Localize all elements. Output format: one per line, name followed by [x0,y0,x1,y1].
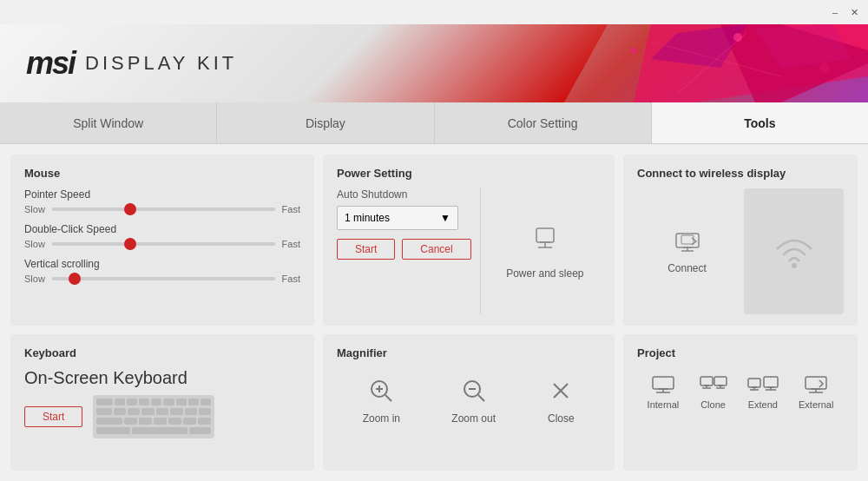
vertical-scroll-thumb[interactable] [69,273,81,285]
clone-label: Clone [700,399,726,410]
header-decoration [477,24,868,102]
key [96,399,112,405]
svg-line-10 [608,24,694,102]
svg-marker-4 [651,24,746,68]
key [139,399,149,405]
double-click-thumb[interactable] [124,238,136,250]
wifi-signal-icon [768,227,820,274]
tab-split-window[interactable]: Split Window [0,102,217,143]
on-screen-keyboard-label: On-Screen Keyboard [24,368,300,388]
magnifier-close-button[interactable]: Close [547,377,575,425]
svg-point-7 [630,47,637,54]
key [96,427,129,434]
clone-button[interactable]: Clone [700,375,727,410]
external-label: External [799,399,833,410]
wireless-connect-icon[interactable] [674,228,700,257]
vertical-scroll-slider-row: Slow Fast [24,273,300,284]
svg-rect-43 [748,379,760,387]
key [183,418,196,425]
key [163,399,174,405]
app-logo: msi DISPLAY KIT [26,45,237,82]
key [127,399,137,405]
key-row-3 [96,418,211,425]
pointer-speed-slider-row: Slow Fast [24,204,300,214]
app-header: msi DISPLAY KIT [0,24,868,102]
internal-button[interactable]: Internal [648,375,680,410]
magnifier-card: Magnifier Zoom in [323,334,615,471]
key [188,399,199,405]
extend-button[interactable]: Extend [747,375,779,410]
svg-marker-5 [755,24,851,68]
double-click-slow: Slow [24,239,45,249]
vertical-scroll-fast: Fast [282,273,300,284]
pointer-speed-track [52,208,275,211]
power-settings-left: Auto Shutdown 1 minutes ▼ Start Cancel [337,188,481,314]
key [151,399,161,405]
main-content: Mouse Pointer Speed Slow Fast Double-Cli… [0,144,868,481]
power-sleep-label: Power and sleep [506,267,583,280]
power-cancel-button[interactable]: Cancel [402,239,470,260]
svg-point-6 [733,33,742,42]
extend-icon [747,375,779,396]
extend-label: Extend [748,399,778,410]
svg-rect-12 [536,228,554,242]
svg-line-11 [677,33,746,94]
keyboard-image [93,395,214,438]
svg-line-28 [478,395,484,401]
keyboard-card: Keyboard On-Screen Keyboard Start [10,334,314,471]
svg-line-9 [651,42,781,76]
vertical-scroll-group: Vertical scrolling Slow Fast [24,258,300,284]
close-icon [547,377,575,407]
key [185,408,197,415]
key [170,408,182,415]
double-click-slider[interactable] [52,242,275,246]
key [141,408,154,415]
wireless-card-title: Connect to wireless display [637,167,844,180]
key-row-4 [96,427,211,435]
vertical-scroll-label: Vertical scrolling [24,258,300,270]
tab-display[interactable]: Display [217,102,434,143]
key [128,408,140,415]
wireless-card: Connect to wireless display Connect [623,155,858,326]
auto-shutdown-value: 1 minutes [345,212,390,224]
zoom-out-button[interactable]: Zoom out [451,377,496,425]
key [198,418,211,425]
vertical-scroll-slider[interactable] [52,277,275,280]
auto-shutdown-dropdown[interactable]: 1 minutes ▼ [337,206,458,230]
nav-tabs: Split Window Display Color Setting Tools [0,102,868,144]
pointer-speed-thumb[interactable] [124,203,136,215]
power-card: Power Setting Auto Shutdown 1 minutes ▼ … [323,155,615,326]
zoom-in-button[interactable]: Zoom in [363,377,400,425]
mouse-card-title: Mouse [24,167,300,180]
project-card: Project Internal [623,334,858,471]
titlebar: – ✕ [0,0,868,24]
close-button[interactable]: ✕ [847,5,861,19]
power-start-button[interactable]: Start [337,239,395,260]
pointer-speed-slow: Slow [24,204,45,214]
svg-rect-35 [700,377,713,385]
minimize-button[interactable]: – [828,5,842,19]
tab-tools[interactable]: Tools [652,102,868,143]
external-button[interactable]: External [799,375,833,410]
keyboard-card-title: Keyboard [24,346,300,359]
key [139,418,152,425]
key [114,408,126,415]
zoom-out-icon [460,377,488,407]
wireless-connect-section: Connect [637,188,737,314]
wireless-thumbnail [744,188,844,314]
keyboard-start-button[interactable]: Start [24,406,82,427]
tab-color-setting[interactable]: Color Setting [435,102,652,143]
svg-point-8 [819,63,830,73]
pointer-speed-slider[interactable] [52,208,275,211]
project-icons: Internal Clone [637,368,844,417]
double-click-label: Double-Click Speed [24,223,300,235]
key [168,418,181,425]
external-icon [804,375,828,396]
key [124,418,137,425]
vertical-scroll-slow: Slow [24,273,45,284]
connect-label[interactable]: Connect [667,262,707,274]
internal-label: Internal [648,399,680,410]
key-row-2 [96,408,211,416]
svg-point-21 [792,263,797,268]
power-sleep-icon[interactable] [529,223,561,260]
